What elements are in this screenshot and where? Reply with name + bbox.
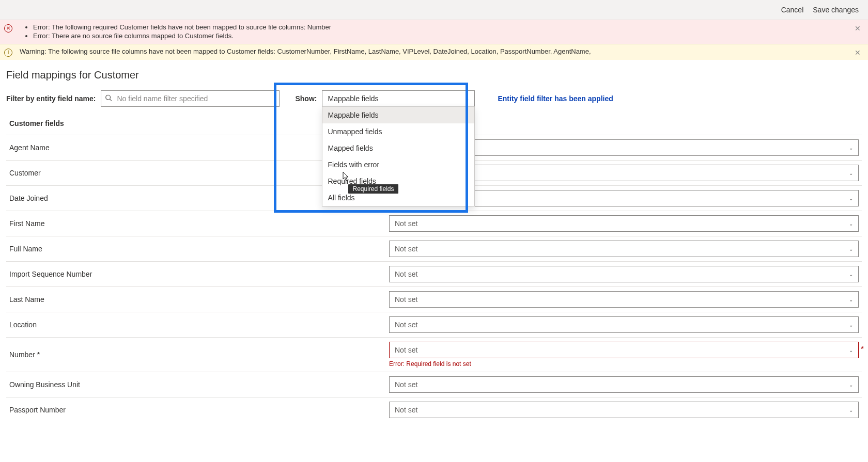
- chevron-down-icon: ⌄: [849, 272, 853, 277]
- field-value-select[interactable]: Not set⌄: [389, 266, 859, 282]
- close-icon[interactable]: ✕: [855, 49, 861, 57]
- cancel-button[interactable]: Cancel: [781, 6, 804, 14]
- field-label: Passport Number: [9, 406, 389, 414]
- field-value-select[interactable]: Not set⌄: [389, 291, 859, 308]
- filter-row: Filter by entity field name: Show: Mappa…: [6, 90, 862, 107]
- cursor-icon: [342, 171, 350, 183]
- field-label: Number *: [9, 351, 389, 359]
- warning-text: Warning: The following source file colum…: [20, 47, 591, 55]
- field-value-text: Not set: [395, 219, 417, 228]
- error-alert: ✕ Error: The following required Customer…: [0, 20, 868, 44]
- filter-input[interactable]: [101, 90, 280, 107]
- field-label: First Name: [9, 219, 389, 228]
- chevron-down-icon: ⌄: [849, 347, 853, 353]
- field-value-text: Not set: [395, 406, 417, 414]
- show-label: Show:: [295, 94, 317, 103]
- chevron-down-icon: ⌄: [849, 221, 853, 227]
- show-selected-value: Mappable fields: [328, 94, 378, 103]
- chevron-down-icon: ⌄: [465, 96, 469, 102]
- field-label: Location: [9, 321, 389, 329]
- field-value-wrap: Not set⌄: [389, 241, 859, 257]
- error-icon: ✕: [4, 24, 12, 33]
- field-value-wrap: Not set⌄: [389, 376, 859, 393]
- field-value-text: Not set: [395, 380, 417, 389]
- main-content: Field mappings for Customer Filter by en…: [0, 60, 868, 422]
- error-item: Error: There are no source file columns …: [33, 32, 331, 40]
- chevron-down-icon: ⌄: [849, 407, 853, 413]
- chevron-down-icon: ⌄: [849, 170, 853, 176]
- chevron-down-icon: ⌄: [849, 297, 853, 302]
- field-value-wrap: Not set⌄: [389, 215, 859, 232]
- chevron-down-icon: ⌄: [849, 145, 853, 151]
- field-value-text: Not set: [395, 346, 417, 354]
- info-icon: i: [4, 49, 12, 57]
- field-value-wrap: Not set⌄: [389, 266, 859, 282]
- required-indicator: *: [861, 345, 864, 354]
- chevron-down-icon: ⌄: [849, 322, 853, 328]
- field-value-wrap: Not set⌄*Error: Required field is not se…: [389, 342, 859, 368]
- search-icon: [105, 94, 112, 103]
- field-value-select[interactable]: Not set⌄: [389, 376, 859, 393]
- field-row: Full NameNot set⌄: [6, 236, 862, 261]
- field-row: Last NameNot set⌄: [6, 286, 862, 312]
- top-action-bar: Cancel Save changes: [0, 0, 868, 20]
- show-group: Show: Mappable fields ⌄ Mappable fields …: [295, 90, 475, 107]
- field-label: Full Name: [9, 245, 389, 253]
- page-title: Field mappings for Customer: [6, 69, 862, 81]
- field-row: Owning Business UnitNot set⌄: [6, 372, 862, 397]
- dropdown-item-mapped[interactable]: Mapped fields: [322, 140, 474, 156]
- field-value-select[interactable]: Not set⌄: [389, 342, 859, 358]
- close-icon[interactable]: ✕: [855, 24, 861, 33]
- save-changes-button[interactable]: Save changes: [813, 6, 859, 14]
- svg-point-0: [106, 95, 111, 100]
- field-row: Number *Not set⌄*Error: Required field i…: [6, 337, 862, 372]
- field-value-select[interactable]: Not set⌄: [389, 402, 859, 418]
- field-value-text: Not set: [395, 321, 417, 329]
- show-dropdown-button[interactable]: Mappable fields ⌄: [322, 90, 475, 107]
- dropdown-item-errors[interactable]: Fields with error: [322, 156, 474, 173]
- chevron-down-icon: ⌄: [849, 196, 853, 201]
- show-dropdown-list: Mappable fields Unmapped fields Mapped f…: [322, 106, 475, 206]
- filter-label: Filter by entity field name:: [6, 94, 96, 103]
- tooltip: Required fields: [348, 184, 398, 194]
- field-value-text: Not set: [395, 295, 417, 304]
- field-row: Import Sequence NumberNot set⌄: [6, 261, 862, 286]
- warning-alert: i Warning: The following source file col…: [0, 44, 868, 60]
- dropdown-item-all[interactable]: All fields: [322, 189, 474, 206]
- field-value-text: Not set: [395, 245, 417, 253]
- field-error-text: Error: Required field is not set: [389, 360, 859, 368]
- field-row: Passport NumberNot set⌄: [6, 397, 862, 422]
- field-value-wrap: Not set⌄: [389, 316, 859, 333]
- error-item: Error: The following required Customer f…: [33, 23, 331, 31]
- filter-applied-message: Entity field filter has been applied: [498, 94, 613, 103]
- dropdown-item-required[interactable]: Required fields Required fields: [322, 173, 474, 189]
- field-value-wrap: Not set⌄: [389, 291, 859, 308]
- field-label: Import Sequence Number: [9, 270, 389, 278]
- field-row: LocationNot set⌄: [6, 312, 862, 337]
- field-value-text: Not set: [395, 270, 417, 278]
- filter-input-wrap: [101, 90, 280, 107]
- field-row: First NameNot set⌄: [6, 211, 862, 236]
- field-value-select[interactable]: Not set⌄: [389, 316, 859, 333]
- field-value-select[interactable]: Not set⌄: [389, 241, 859, 257]
- chevron-down-icon: ⌄: [849, 246, 853, 252]
- svg-line-1: [110, 99, 112, 101]
- chevron-down-icon: ⌄: [849, 382, 853, 388]
- field-value-wrap: Not set⌄: [389, 402, 859, 418]
- field-label: Owning Business Unit: [9, 380, 389, 389]
- field-value-select[interactable]: Not set⌄: [389, 215, 859, 232]
- field-label: Last Name: [9, 295, 389, 304]
- show-dropdown[interactable]: Mappable fields ⌄ Mappable fields Unmapp…: [322, 90, 475, 107]
- error-list: Error: The following required Customer f…: [18, 23, 331, 41]
- dropdown-item-unmapped[interactable]: Unmapped fields: [322, 123, 474, 140]
- dropdown-item-mappable[interactable]: Mappable fields: [322, 107, 474, 123]
